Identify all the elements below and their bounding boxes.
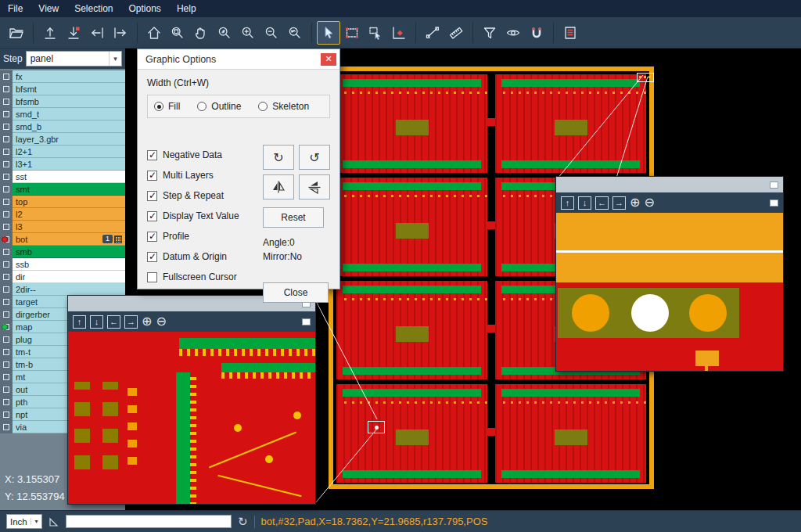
pcb-board[interactable] (336, 384, 487, 483)
mirror-horizontal-icon[interactable] (263, 174, 294, 200)
checkbox-fullscreen-cursor[interactable]: Fullscreen Cursor (147, 267, 239, 287)
close-icon[interactable]: ✕ (321, 53, 336, 66)
reset-button[interactable]: Reset (263, 207, 324, 228)
layer-row-fx[interactable]: fx (0, 70, 125, 83)
layer-checkbox[interactable] (3, 161, 9, 167)
import-bottom-icon[interactable]: ↓ (90, 315, 103, 329)
pcb-board[interactable] (336, 74, 487, 173)
import-left-icon[interactable] (85, 21, 109, 45)
dialog-titlebar[interactable]: Graphic Options ✕ (138, 49, 339, 70)
layer-row-smb[interactable]: smb (0, 246, 125, 258)
zoom-in-icon[interactable] (236, 21, 260, 45)
import-left-icon[interactable]: ← (595, 196, 609, 210)
radio-outline[interactable]: Outline (197, 101, 241, 112)
layer-checkbox[interactable] (3, 261, 9, 268)
import-bottom-icon[interactable] (62, 21, 85, 45)
menu-selection[interactable]: Selection (66, 0, 120, 17)
open-folder-icon[interactable] (5, 21, 28, 45)
layer-checkbox[interactable] (3, 124, 9, 130)
layer-row-bfsmt[interactable]: bfsmt (0, 83, 125, 95)
layer-checkbox[interactable] (3, 299, 9, 305)
layer-checkbox[interactable] (3, 311, 9, 318)
layer-checkbox[interactable] (3, 149, 9, 155)
layer-checkbox[interactable] (3, 424, 9, 430)
layer-checkbox[interactable] (3, 336, 9, 343)
layer-checkbox[interactable] (3, 361, 9, 368)
layer-checkbox[interactable] (3, 211, 9, 217)
layer-checkbox[interactable] (3, 199, 9, 205)
layer-row-l3[interactable]: l3 (0, 221, 125, 233)
pcb-board[interactable] (336, 281, 487, 379)
zoom-out-icon[interactable]: ⊖ (156, 315, 166, 328)
zoom-object-icon[interactable] (213, 21, 236, 45)
zoom-out-icon[interactable]: ⊖ (644, 196, 654, 209)
menu-options[interactable]: Options (121, 0, 169, 17)
refresh-icon[interactable]: ↻ (238, 515, 248, 529)
close-button[interactable]: Close (263, 282, 329, 303)
magnifier-view[interactable] (68, 332, 315, 504)
import-top-icon[interactable]: ↑ (561, 196, 574, 210)
report-list-icon[interactable] (559, 21, 582, 45)
import-top-icon[interactable]: ↑ (73, 315, 86, 329)
checkbox-profile[interactable]: Profile (147, 226, 239, 246)
import-right-icon[interactable] (109, 21, 132, 45)
layer-checkbox[interactable] (3, 174, 9, 180)
mirror-vertical-icon[interactable] (299, 174, 330, 200)
checkbox-negative-data[interactable]: Negative Data (147, 145, 239, 165)
layer-checkbox[interactable] (3, 186, 9, 192)
layer-row-bot[interactable]: bot1 (0, 233, 125, 246)
select-rectangle-icon[interactable] (340, 21, 364, 45)
view-eye-icon[interactable] (501, 21, 525, 45)
layer-row-smd_t[interactable]: smd_t (0, 108, 125, 120)
import-right-icon[interactable]: → (612, 196, 626, 210)
layer-row-layer_3[interactable]: layer_3.gbr (0, 133, 125, 146)
measure-line-icon[interactable] (421, 21, 444, 45)
magnifier-window-2[interactable]: ↑ ↓ ← → ⊕ ⊖ (555, 176, 784, 372)
ruler-icon[interactable] (444, 21, 468, 45)
import-left-icon[interactable]: ← (107, 315, 120, 329)
minimize-icon[interactable] (770, 182, 778, 189)
import-bottom-icon[interactable]: ↓ (578, 196, 591, 210)
chevron-down-icon[interactable]: ▾ (31, 518, 41, 525)
rotate-ccw-icon[interactable]: ↺ (299, 145, 330, 170)
zoom-previous-icon[interactable] (283, 21, 307, 45)
chevron-down-icon[interactable]: ▾ (109, 52, 121, 66)
layer-row-ssb[interactable]: ssb (0, 258, 125, 271)
command-input[interactable] (66, 515, 232, 528)
menu-file[interactable]: File (0, 0, 31, 17)
select-cursor-icon[interactable] (317, 21, 340, 45)
layer-checkbox[interactable] (3, 374, 9, 380)
magnifier-titlebar[interactable] (556, 177, 783, 192)
layer-row-dir[interactable]: dir (0, 271, 125, 283)
import-top-icon[interactable] (38, 21, 62, 45)
magnet-snap-icon[interactable] (525, 21, 548, 45)
align-tool-icon[interactable] (387, 21, 411, 45)
zoom-out-icon[interactable] (260, 21, 283, 45)
rotate-cw-icon[interactable]: ↻ (263, 145, 294, 170)
layer-checkbox[interactable] (3, 274, 9, 280)
layer-row-top[interactable]: top (0, 196, 125, 208)
home-icon[interactable] (142, 21, 166, 45)
radio-skeleton[interactable]: Skeleton (258, 101, 309, 112)
graphic-options-dialog[interactable]: Graphic Options ✕ Width (Ctrl+W) Fill Ou… (137, 49, 340, 289)
layer-checkbox[interactable] (3, 349, 9, 355)
zoom-in-icon[interactable]: ⊕ (630, 196, 640, 209)
minimize-icon[interactable] (302, 318, 311, 325)
layer-checkbox[interactable] (3, 74, 9, 80)
layer-checkbox[interactable] (3, 111, 9, 117)
layer-checkbox[interactable] (3, 249, 9, 255)
radio-fill[interactable]: Fill (154, 101, 180, 112)
checkbox-step-repeat[interactable]: Step & Repeat (147, 185, 239, 206)
zoom-window-icon[interactable] (166, 21, 189, 45)
pcb-board[interactable] (495, 384, 646, 483)
layer-row-2dir[interactable]: 2dir-- (0, 283, 125, 296)
layer-row-l2plus1[interactable]: l2+1 (0, 146, 125, 158)
layer-checkbox[interactable] (3, 86, 9, 92)
checkbox-display-text-value[interactable]: Display Text Value (147, 206, 239, 226)
layer-row-l2[interactable]: l2 (0, 208, 125, 221)
layer-row-smt[interactable]: smt (0, 183, 125, 196)
layer-checkbox[interactable] (3, 412, 9, 418)
menu-view[interactable]: View (31, 0, 66, 17)
step-combo[interactable]: panel ▾ (26, 51, 122, 66)
import-right-icon[interactable]: → (124, 315, 138, 329)
